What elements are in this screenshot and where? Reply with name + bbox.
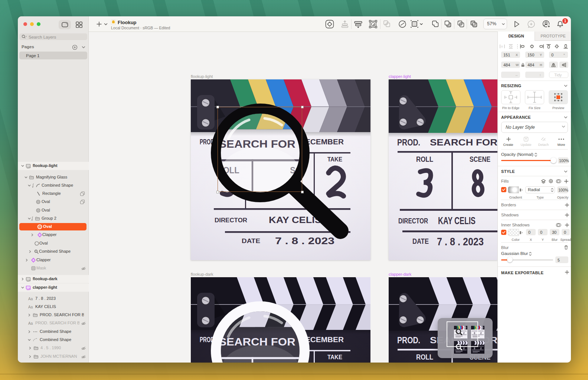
svg-text:2: 2 xyxy=(463,347,465,350)
svg-text:7 . 8 . 2023: 7 . 8 . 2023 xyxy=(275,235,334,246)
svg-text:Aa: Aa xyxy=(28,321,33,325)
svg-text:TAKE: TAKE xyxy=(327,156,342,163)
svg-text:0: 0 xyxy=(501,45,503,48)
svg-text:TAKE: TAKE xyxy=(327,354,342,360)
svg-text:DIRECTOR: DIRECTOR xyxy=(398,216,428,225)
svg-text:ROLL: ROLL xyxy=(416,155,433,163)
svg-text:DIRECTOR: DIRECTOR xyxy=(215,217,247,223)
svg-text:2: 2 xyxy=(463,331,465,335)
svg-text:ROLL: ROLL xyxy=(416,353,433,361)
svg-text:Aa: Aa xyxy=(28,305,33,309)
svg-text:2: 2 xyxy=(480,331,482,335)
svg-text:3: 3 xyxy=(474,347,475,350)
svg-text:KAY CELIS: KAY CELIS xyxy=(438,215,476,226)
svg-text:SEARCH FOR BLUE DECEMBER: SEARCH FOR BLUE DECEMBER xyxy=(430,137,497,147)
svg-text:PROD.: PROD. xyxy=(397,137,420,147)
svg-text:DATE: DATE xyxy=(242,238,260,244)
svg-text:2: 2 xyxy=(480,347,482,350)
svg-text:Aa: Aa xyxy=(28,297,33,301)
svg-text:7 . 8 . 2023: 7 . 8 . 2023 xyxy=(437,235,484,248)
svg-text:SCENE: SCENE xyxy=(470,155,490,163)
svg-text:3: 3 xyxy=(474,331,475,335)
svg-text:PROD.: PROD. xyxy=(397,335,420,345)
svg-text:DATE: DATE xyxy=(412,237,429,245)
